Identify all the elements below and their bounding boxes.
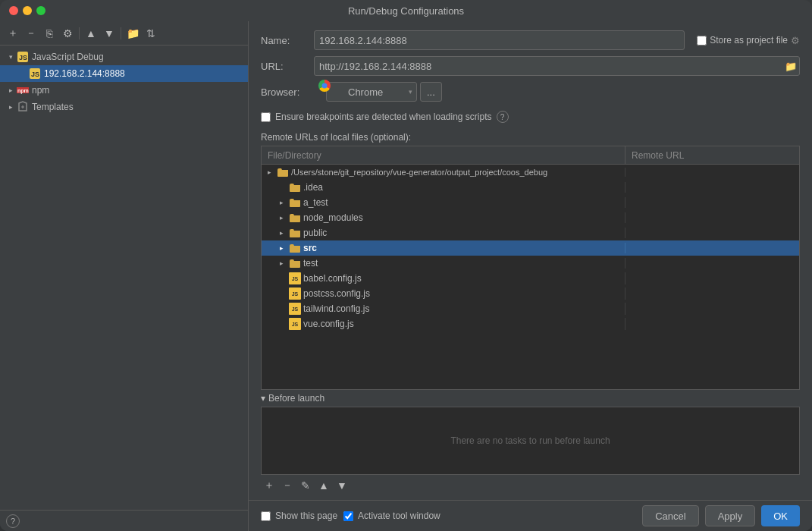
browser-row: Browser: Chrome ▾ ... bbox=[261, 82, 800, 102]
public-label: public bbox=[303, 228, 327, 238]
name-row: Name: Store as project file ⚙ bbox=[261, 30, 800, 50]
browser-label: Browser: bbox=[261, 86, 314, 98]
settings-config-button[interactable]: ⚙ bbox=[59, 25, 76, 42]
before-launch-up-button[interactable]: ▲ bbox=[315, 477, 332, 494]
before-launch-toggle[interactable]: ▾ Before launch bbox=[261, 393, 800, 404]
apply-button[interactable]: Apply bbox=[705, 505, 756, 526]
table-row[interactable]: node_modules bbox=[262, 210, 799, 225]
help-button[interactable]: ? bbox=[6, 514, 20, 528]
name-input[interactable] bbox=[314, 30, 685, 50]
folder-icon bbox=[277, 168, 289, 177]
folder-icon bbox=[289, 213, 301, 222]
before-launch-toolbar: ＋ － ✎ ▲ ▼ bbox=[261, 477, 800, 494]
before-launch-down-button[interactable]: ▼ bbox=[334, 477, 350, 494]
folder-icon bbox=[289, 183, 301, 192]
table-row[interactable]: JS vue.config.js bbox=[262, 316, 799, 331]
sidebar-item-ip-config[interactable]: JS 192.168.2.144:8888 bbox=[0, 65, 248, 82]
file-cell-tailwind: JS tailwind.config.js bbox=[262, 303, 625, 315]
config-form: Name: Store as project file ⚙ URL: 📁 bbox=[249, 21, 812, 132]
url-input[interactable] bbox=[314, 56, 800, 76]
table-row[interactable]: test bbox=[262, 256, 799, 271]
vue-label: vue.config.js bbox=[303, 319, 354, 329]
js-debug-expand-arrow bbox=[6, 52, 15, 61]
move-up-button[interactable]: ▲ bbox=[83, 25, 99, 42]
file-cell-a-test: a_test bbox=[262, 197, 625, 208]
cancel-button[interactable]: Cancel bbox=[642, 505, 698, 526]
file-cell-postcss: JS postcss.config.js bbox=[262, 287, 625, 300]
node-modules-arrow bbox=[280, 214, 289, 222]
store-project-checkbox[interactable] bbox=[697, 36, 707, 46]
activate-tool-row: Activate tool window bbox=[343, 511, 440, 521]
idea-label: .idea bbox=[303, 182, 323, 193]
js-file-icon: JS bbox=[289, 318, 301, 330]
breakpoints-help-icon[interactable]: ? bbox=[497, 111, 509, 123]
url-input-wrap: 📁 bbox=[314, 56, 800, 76]
svg-text:JS: JS bbox=[31, 71, 39, 78]
js-file-icon: JS bbox=[289, 303, 301, 315]
remove-config-button[interactable]: － bbox=[23, 25, 39, 42]
table-row[interactable]: .idea bbox=[262, 180, 799, 195]
copy-config-button[interactable]: ⎘ bbox=[41, 25, 58, 42]
sidebar-bottom: ? bbox=[0, 510, 248, 531]
toolbar-separator-1 bbox=[79, 27, 80, 39]
table-row-selected[interactable]: src bbox=[262, 240, 799, 256]
table-row[interactable]: JS tailwind.config.js bbox=[262, 301, 799, 316]
file-cell-src: src bbox=[262, 243, 625, 253]
browser-select[interactable]: Chrome bbox=[326, 82, 417, 102]
src-arrow bbox=[280, 244, 289, 252]
close-button[interactable] bbox=[9, 6, 18, 15]
ok-button[interactable]: OK bbox=[761, 505, 800, 526]
store-settings-icon[interactable]: ⚙ bbox=[791, 35, 800, 46]
table-row[interactable]: a_test bbox=[262, 195, 799, 210]
svg-text:npm: npm bbox=[17, 88, 29, 94]
sidebar-item-templates[interactable]: Templates bbox=[0, 99, 248, 115]
name-label: Name: bbox=[261, 35, 314, 46]
window-title: Run/Debug Configurations bbox=[348, 5, 464, 17]
url-folder-button[interactable]: 📁 bbox=[785, 61, 797, 72]
table-row[interactable]: JS postcss.config.js bbox=[262, 286, 799, 301]
npm-arrow bbox=[6, 86, 15, 95]
test-label: test bbox=[303, 258, 318, 269]
browser-select-container: Chrome ▾ bbox=[314, 82, 417, 102]
sidebar-item-js-debug[interactable]: JS JavaScript Debug bbox=[0, 49, 248, 65]
toolbar-separator-2 bbox=[121, 27, 121, 39]
window-controls bbox=[9, 6, 45, 15]
test-arrow bbox=[280, 259, 289, 267]
browser-more-button[interactable]: ... bbox=[420, 82, 442, 102]
maximize-button[interactable] bbox=[36, 6, 45, 15]
sidebar-item-npm-label: npm bbox=[32, 85, 49, 96]
sidebar-item-npm[interactable]: npm npm bbox=[0, 82, 248, 99]
remote-urls-label: Remote URLs of local files (optional): bbox=[261, 132, 800, 143]
activate-tool-checkbox[interactable] bbox=[343, 511, 353, 521]
bottom-bar: Show this page Activate tool window Canc… bbox=[249, 500, 812, 531]
before-launch-remove-button[interactable]: － bbox=[279, 477, 296, 494]
breakpoints-checkbox[interactable] bbox=[261, 112, 271, 122]
show-page-checkbox[interactable] bbox=[261, 511, 271, 521]
move-to-button[interactable]: 📁 bbox=[124, 25, 141, 42]
minimize-button[interactable] bbox=[23, 6, 32, 15]
file-cell-babel: JS babel.config.js bbox=[262, 272, 625, 284]
breakpoints-label: Ensure breakpoints are detected when loa… bbox=[275, 112, 492, 122]
ip-config-icon: JS bbox=[29, 68, 41, 80]
svg-text:JS: JS bbox=[19, 54, 27, 61]
table-row[interactable]: /Users/stone/git_repository/vue-generato… bbox=[262, 165, 799, 180]
move-down-button[interactable]: ▼ bbox=[101, 25, 118, 42]
table-row[interactable]: JS babel.config.js bbox=[262, 271, 799, 286]
sidebar-item-js-debug-label: JavaScript Debug bbox=[32, 52, 104, 62]
root-arrow bbox=[268, 168, 277, 176]
folder-icon bbox=[289, 198, 301, 207]
table-row[interactable]: public bbox=[262, 225, 799, 240]
folder-icon bbox=[289, 259, 301, 268]
sort-button[interactable]: ⇅ bbox=[143, 25, 159, 42]
node-modules-label: node_modules bbox=[303, 212, 363, 223]
root-path-label: /Users/stone/git_repository/vue-generato… bbox=[291, 168, 547, 177]
before-launch-add-button[interactable]: ＋ bbox=[261, 477, 277, 494]
npm-icon: npm bbox=[17, 84, 29, 96]
before-launch-edit-button[interactable]: ✎ bbox=[297, 477, 314, 494]
js-file-icon: JS bbox=[289, 287, 301, 300]
no-tasks-text: There are no tasks to run before launch bbox=[450, 435, 610, 446]
activate-tool-label: Activate tool window bbox=[358, 511, 440, 521]
add-config-button[interactable]: ＋ bbox=[5, 25, 21, 42]
sidebar-item-ip-label: 192.168.2.144:8888 bbox=[44, 68, 125, 79]
file-dir-header: File/Directory bbox=[262, 146, 625, 164]
